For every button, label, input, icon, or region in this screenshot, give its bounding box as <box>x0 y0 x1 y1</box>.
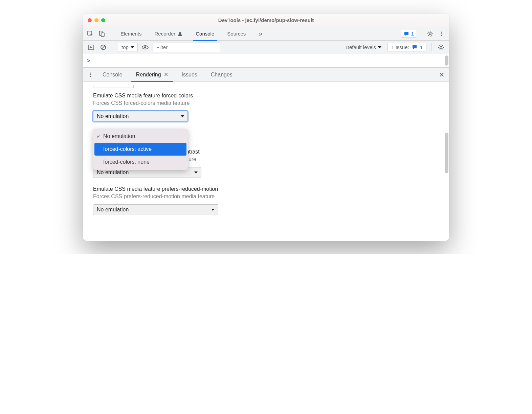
drawer-tabstrip: Console Rendering ✕ Issues Changes ✕ <box>83 68 449 82</box>
rendering-panel: Emulate CSS media feature forced-colors … <box>83 82 449 241</box>
inspect-element-icon[interactable] <box>86 29 95 39</box>
select-value: No emulation <box>97 113 129 119</box>
close-drawer-icon[interactable]: ✕ <box>437 70 446 79</box>
context-selector[interactable]: top <box>118 43 138 51</box>
divider <box>111 30 111 38</box>
log-levels-selector[interactable]: Default levels <box>342 44 385 50</box>
chevron-down-icon <box>131 46 134 48</box>
context-label: top <box>121 44 129 50</box>
titlebar: DevTools - jec.fyi/demo/pup-slow-result <box>83 14 449 27</box>
dropdown-option-forced-colors-none[interactable]: forced-colors: none <box>93 156 188 168</box>
chevron-down-icon <box>181 115 184 117</box>
chat-icon <box>404 31 409 37</box>
divider <box>421 30 421 38</box>
divider <box>113 43 113 51</box>
svg-point-13 <box>90 72 91 73</box>
drawer-tab-issues[interactable]: Issues <box>176 68 203 82</box>
option-label: forced-colors: active <box>103 146 152 152</box>
flask-icon <box>177 31 183 37</box>
svg-point-14 <box>90 74 91 75</box>
live-expression-icon[interactable] <box>140 43 150 52</box>
issue-label: 1 Issue: <box>391 44 409 50</box>
devtools-window: DevTools - jec.fyi/demo/pup-slow-result … <box>83 14 449 241</box>
chat-icon <box>412 45 417 50</box>
sidebar-toggle-icon[interactable] <box>86 43 96 52</box>
close-tab-icon[interactable]: ✕ <box>164 71 168 78</box>
device-toolbar-icon[interactable] <box>97 29 107 39</box>
tab-label: Rendering <box>136 72 161 78</box>
tab-label: Console <box>103 72 123 78</box>
svg-rect-2 <box>101 33 104 37</box>
chevron-down-icon <box>194 171 198 174</box>
svg-point-4 <box>441 31 442 32</box>
issues-link[interactable]: 1 Issue: 1 <box>387 43 426 51</box>
section-prefers-reduced-motion: Emulate CSS media feature prefers-reduce… <box>93 186 439 215</box>
scrollbar-thumb[interactable] <box>445 133 448 173</box>
tab-elements[interactable]: Elements <box>115 27 147 41</box>
tab-label: Sources <box>227 31 246 37</box>
svg-point-11 <box>144 46 146 48</box>
svg-point-6 <box>441 35 442 36</box>
kebab-menu-icon[interactable] <box>437 29 446 39</box>
section-desc: Forces CSS forced-colors media feature <box>93 100 439 106</box>
svg-point-15 <box>90 76 91 77</box>
tab-console[interactable]: Console <box>190 27 220 41</box>
issues-count: 1 <box>411 31 414 37</box>
scrollbar-thumb[interactable] <box>445 55 448 66</box>
dropdown-option-no-emulation[interactable]: No emulation <box>93 130 188 143</box>
console-settings-icon[interactable] <box>436 43 446 52</box>
window-title: DevTools - jec.fyi/demo/pup-slow-result <box>83 17 449 23</box>
issues-badge[interactable]: 1 <box>401 30 417 38</box>
tab-recorder[interactable]: Recorder <box>149 27 189 41</box>
tab-label: Console <box>196 31 214 37</box>
issue-count: 1 <box>420 44 423 50</box>
console-prompt-icon: > <box>87 58 90 64</box>
option-label: forced-colors: none <box>103 159 150 165</box>
chevron-down-icon <box>378 46 381 48</box>
section-desc: Forces CSS prefers-reduced-motion media … <box>93 193 439 200</box>
select-value: No emulation <box>97 169 129 176</box>
levels-label: Default levels <box>346 44 376 50</box>
dropdown-option-forced-colors-active[interactable]: forced-colors: active <box>94 143 186 156</box>
forced-colors-select[interactable]: No emulation <box>93 111 188 122</box>
svg-line-9 <box>102 46 105 49</box>
section-forced-colors: Emulate CSS media feature forced-colors … <box>93 93 439 122</box>
tab-label: Issues <box>182 72 197 78</box>
clear-console-icon[interactable] <box>98 43 108 52</box>
tab-label: Recorder <box>155 31 176 37</box>
close-window-button[interactable] <box>88 18 92 22</box>
maximize-window-button[interactable] <box>101 18 105 22</box>
divider <box>431 43 431 51</box>
cropped-selectbox <box>93 85 134 88</box>
chevron-down-icon <box>211 209 215 211</box>
filter-input[interactable] <box>153 43 220 52</box>
svg-point-3 <box>429 33 431 35</box>
svg-point-12 <box>440 46 442 48</box>
prefers-reduced-motion-select[interactable]: No emulation <box>93 204 218 215</box>
option-label: No emulation <box>103 133 135 139</box>
drawer-tab-changes[interactable]: Changes <box>205 68 239 82</box>
tab-sources[interactable]: Sources <box>222 27 251 41</box>
section-title: Emulate CSS media feature prefers-reduce… <box>93 186 439 192</box>
settings-icon[interactable] <box>425 29 435 39</box>
forced-colors-dropdown: No emulation forced-colors: active force… <box>93 129 188 170</box>
console-toolbar: top Default levels 1 Issue: 1 <box>83 41 449 54</box>
tab-label: Changes <box>211 72 232 78</box>
main-tabstrip: Elements Recorder Console Sources » 1 <box>83 27 449 41</box>
select-value: No emulation <box>97 207 129 213</box>
console-input-area[interactable]: > <box>83 54 449 68</box>
chevron-right-icon: » <box>259 30 262 38</box>
drawer-tab-console[interactable]: Console <box>96 68 129 82</box>
section-title: Emulate CSS media feature forced-colors <box>93 93 439 99</box>
window-controls <box>88 18 105 22</box>
tab-label: Elements <box>120 31 142 37</box>
minimize-window-button[interactable] <box>94 18 98 22</box>
svg-point-5 <box>441 33 442 34</box>
tabs-overflow[interactable]: » <box>253 27 268 41</box>
drawer-kebab-icon[interactable] <box>86 70 95 79</box>
drawer-tab-rendering[interactable]: Rendering ✕ <box>130 68 174 82</box>
